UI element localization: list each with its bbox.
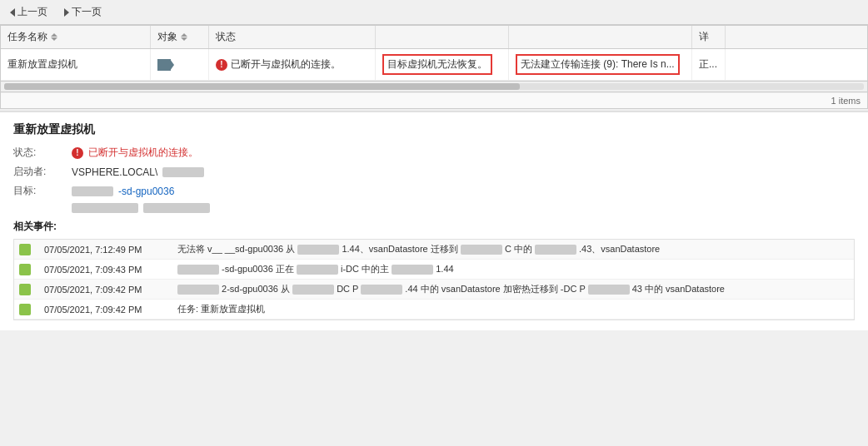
event-blurred-1a — [297, 245, 339, 255]
detail-value-status: ! 已断开与虚拟机的连接。 — [72, 146, 198, 160]
detail-label-initiator: 启动者: — [13, 165, 72, 179]
detail-label-target: 目标: — [13, 184, 72, 198]
event-row-3: 07/05/2021, 7:09:42 PM 2-sd-gpu0036 从 DC… — [14, 280, 854, 300]
prev-label: 上一页 — [17, 5, 47, 19]
detail-label-status: 状态: — [13, 146, 72, 160]
col-header-task[interactable]: 任务名称 — [1, 26, 151, 48]
event-icon-cell-3 — [14, 280, 39, 300]
table-row[interactable]: 重新放置虚拟机 ! 已断开与虚拟机的连接。 目标虚拟机无法恢复。 无法建立传输连… — [1, 49, 867, 81]
event-blurred-3d — [588, 285, 630, 295]
col-header-detail: 详 — [692, 26, 726, 48]
col-status-label: 状态 — [216, 30, 236, 44]
col-header-msg1 — [376, 26, 509, 48]
events-table-body: 07/05/2021, 7:12:49 PM 无法将 v__ __sd-gpu0… — [14, 240, 854, 320]
event-blurred-2c — [392, 265, 433, 275]
sort-icon-task — [51, 33, 57, 41]
event-desc-1: 无法将 v__ __sd-gpu0036 从 1.44、vsanDatastor… — [172, 240, 854, 260]
navigation-bar: 上一页 下一页 — [0, 0, 868, 25]
error-status-icon: ! — [216, 59, 227, 71]
detail-extra-blurred1 — [72, 203, 138, 213]
detail-status-text: 已断开与虚拟机的连接。 — [88, 146, 198, 160]
event-icon-2 — [19, 264, 31, 275]
detail-value-target: -sd-gpu0036 — [72, 184, 174, 198]
event-blurred-3a — [177, 285, 219, 295]
events-table: 07/05/2021, 7:12:49 PM 无法将 v__ __sd-gpu0… — [14, 240, 854, 320]
related-events-title: 相关事件: — [13, 220, 855, 234]
scrollbar-thumb[interactable] — [4, 83, 520, 90]
event-datetime-1: 07/05/2021, 7:12:49 PM — [39, 240, 172, 260]
cell-object — [151, 49, 209, 80]
arrow-right-icon — [64, 8, 69, 17]
event-desc-4: 任务: 重新放置虚拟机 — [172, 300, 854, 320]
col-task-label: 任务名称 — [7, 30, 47, 44]
cell-msg2-highlight: 无法建立传输连接 (9): There Is n... — [516, 54, 680, 75]
cell-task-name-text: 重新放置虚拟机 — [7, 57, 77, 72]
event-icon-cell-2 — [14, 260, 39, 280]
event-icon-cell-4 — [14, 300, 39, 320]
cell-detail: 正... — [692, 49, 726, 80]
next-page-button[interactable]: 下一页 — [61, 3, 105, 21]
cell-msg2-text: 无法建立传输连接 (9): There Is n... — [521, 58, 675, 70]
cell-msg2: 无法建立传输连接 (9): There Is n... — [509, 49, 692, 80]
prev-page-button[interactable]: 上一页 — [7, 3, 51, 21]
detail-error-icon: ! — [72, 147, 83, 159]
detail-title: 重新放置虚拟机 — [13, 122, 855, 137]
detail-row-initiator: 启动者: VSPHERE.LOCAL\ — [13, 165, 855, 179]
detail-initiator-text: VSPHERE.LOCAL\ — [72, 166, 157, 178]
detail-row-extra — [13, 203, 855, 213]
cell-msg1-text: 目标虚拟机无法恢复。 — [387, 58, 487, 70]
event-row-4: 07/05/2021, 7:09:42 PM 任务: 重新放置虚拟机 — [14, 300, 854, 320]
event-desc-2: -sd-gpu0036 正在 i-DC 中的主 1.44 — [172, 260, 854, 280]
cell-msg1-highlight: 目标虚拟机无法恢复。 — [382, 54, 492, 75]
col-header-status: 状态 — [209, 26, 376, 48]
col-header-object[interactable]: 对象 — [151, 26, 209, 48]
event-icon-3 — [19, 284, 31, 295]
arrow-left-icon — [10, 8, 15, 17]
detail-panel: 重新放置虚拟机 状态: ! 已断开与虚拟机的连接。 启动者: VSPHERE.L… — [0, 111, 868, 330]
event-blurred-1c — [535, 245, 576, 255]
cell-status-text: 已断开与虚拟机的连接。 — [231, 57, 341, 72]
event-desc-3: 2-sd-gpu0036 从 DC P .44 中的 vsanDatastore… — [172, 280, 854, 300]
event-blurred-3c — [361, 285, 402, 295]
detail-label-extra — [13, 203, 72, 213]
col-detail-label: 详 — [699, 30, 709, 44]
detail-target-link[interactable]: -sd-gpu0036 — [118, 186, 174, 197]
horizontal-scrollbar[interactable] — [1, 81, 867, 92]
event-datetime-4: 07/05/2021, 7:09:42 PM — [39, 300, 172, 320]
event-blurred-2a — [177, 265, 219, 275]
event-icon-4 — [19, 304, 31, 315]
detail-row-status: 状态: ! 已断开与虚拟机的连接。 — [13, 146, 855, 160]
vm-icon — [157, 59, 171, 71]
detail-initiator-blurred — [162, 167, 204, 177]
event-blurred-3b — [292, 285, 334, 295]
events-table-wrapper[interactable]: 07/05/2021, 7:12:49 PM 无法将 v__ __sd-gpu0… — [13, 239, 855, 320]
detail-value-initiator: VSPHERE.LOCAL\ — [72, 165, 204, 179]
next-label: 下一页 — [72, 5, 102, 19]
scrollbar-track — [4, 83, 864, 90]
event-icon-cell-1 — [14, 240, 39, 260]
table-header: 任务名称 对象 状态 详 — [1, 26, 867, 49]
cell-detail-text: 正... — [699, 57, 717, 72]
cell-status: ! 已断开与虚拟机的连接。 — [209, 49, 376, 80]
sort-icon-object — [181, 33, 187, 41]
cell-task-name: 重新放置虚拟机 — [1, 49, 151, 80]
cell-msg1: 目标虚拟机无法恢复。 — [376, 49, 509, 80]
col-header-msg2 — [509, 26, 692, 48]
items-count-text: 1 items — [831, 96, 861, 106]
detail-extra-blurred2 — [143, 203, 210, 213]
event-blurred-1b — [461, 245, 502, 255]
items-count: 1 items — [1, 92, 867, 108]
event-blurred-2b — [297, 265, 338, 275]
col-object-label: 对象 — [157, 30, 177, 44]
event-datetime-2: 07/05/2021, 7:09:43 PM — [39, 260, 172, 280]
event-datetime-3: 07/05/2021, 7:09:42 PM — [39, 280, 172, 300]
detail-row-target: 目标: -sd-gpu0036 — [13, 184, 855, 198]
event-row-1: 07/05/2021, 7:12:49 PM 无法将 v__ __sd-gpu0… — [14, 240, 854, 260]
detail-target-blurred — [72, 186, 113, 196]
event-icon-1 — [19, 244, 31, 255]
event-row-2: 07/05/2021, 7:09:43 PM -sd-gpu0036 正在 i-… — [14, 260, 854, 280]
task-table: 任务名称 对象 状态 详 重新放置虚拟机 — [0, 25, 868, 109]
detail-value-extra — [72, 203, 210, 213]
